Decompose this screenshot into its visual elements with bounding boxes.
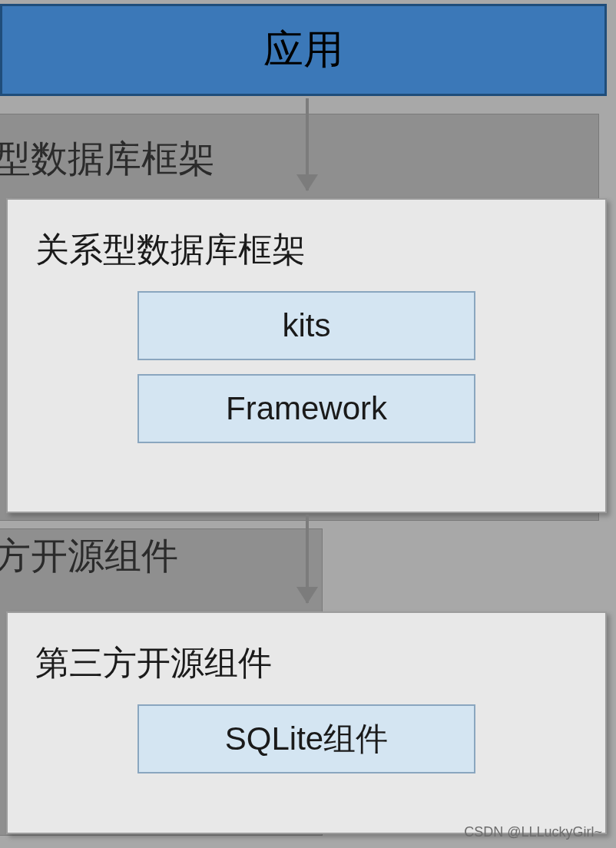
- bg-label-thirdparty: 方开源组件: [0, 532, 178, 581]
- framework-label: Framework: [226, 390, 387, 427]
- watermark: CSDN @LLLuckyGirl~: [464, 824, 602, 840]
- kits-box: kits: [137, 291, 475, 360]
- arrow-1: [306, 98, 309, 190]
- application-label: 应用: [263, 23, 343, 77]
- bg-label-framework: 型数据库框架: [0, 134, 215, 184]
- thirdparty-card-title: 第三方开源组件: [35, 641, 605, 686]
- framework-card: 关系型数据库框架 kits Framework: [6, 198, 607, 513]
- sqlite-label: SQLite组件: [225, 717, 388, 760]
- thirdparty-card: 第三方开源组件 SQLite组件: [6, 611, 607, 834]
- framework-box: Framework: [137, 374, 475, 443]
- sqlite-box: SQLite组件: [137, 704, 475, 773]
- kits-label: kits: [283, 307, 331, 344]
- arrow-2: [306, 515, 309, 603]
- application-box: 应用: [0, 4, 607, 96]
- framework-card-title: 关系型数据库框架: [35, 227, 605, 273]
